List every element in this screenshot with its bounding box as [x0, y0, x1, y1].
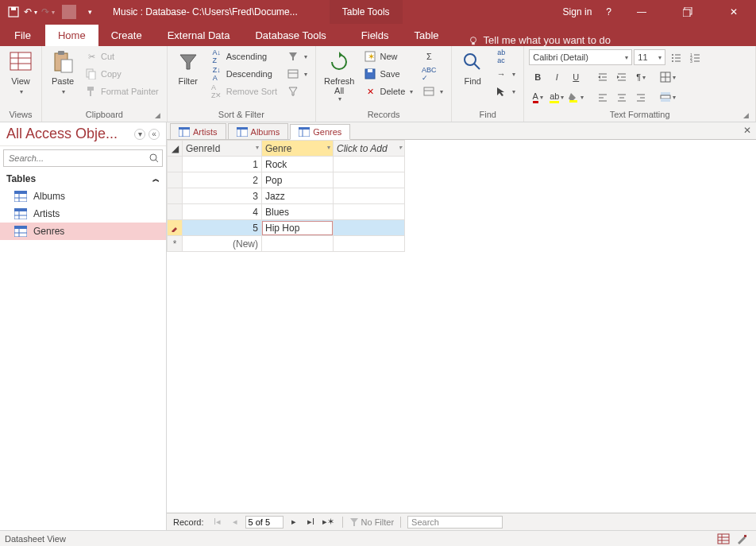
row-selector[interactable]	[168, 188, 183, 204]
tab-database-tools[interactable]: Database Tools	[242, 25, 338, 46]
cell-genre[interactable]: Rock	[262, 157, 334, 172]
cell-empty[interactable]	[334, 188, 405, 204]
tab-external-data[interactable]: External Data	[155, 25, 243, 46]
redo-icon[interactable]: ↷▾	[41, 5, 56, 19]
view-button[interactable]: View▾	[5, 48, 37, 99]
nav-item-albums[interactable]: Albums	[0, 188, 166, 205]
selection-filter-button[interactable]: ▾	[284, 48, 310, 65]
doctab-albums[interactable]: Albums	[228, 123, 289, 139]
bullets-button[interactable]	[667, 49, 685, 65]
goto-button[interactable]: →▾	[492, 65, 519, 83]
new-row[interactable]: *(New)	[168, 236, 405, 252]
tell-me-search[interactable]: Tell me what you want to do	[468, 34, 611, 46]
row-selector[interactable]	[168, 157, 183, 172]
select-button[interactable]: ▾	[492, 83, 519, 100]
align-right-button[interactable]	[632, 89, 650, 105]
sign-in-link[interactable]: Sign in	[563, 6, 592, 17]
ascending-button[interactable]: A↓ZAscending	[207, 48, 280, 65]
more-records-button[interactable]: ▾	[419, 83, 446, 100]
select-all-corner[interactable]: ◢	[168, 141, 183, 157]
data-grid[interactable]: ◢GenreId▾Genre▾Click to Add▾ 1Rock2Pop3J…	[167, 140, 405, 252]
cell-genre[interactable]: Hip Hop	[262, 220, 334, 236]
nav-group-tables[interactable]: Tables ︽	[0, 170, 166, 188]
undo-icon[interactable]: ↶▾	[24, 5, 38, 19]
help-icon[interactable]: ?	[606, 6, 611, 17]
cell-genre[interactable]: Jazz	[262, 188, 334, 204]
recnav-search-input[interactable]: Search	[407, 516, 503, 529]
column-header[interactable]: GenreId▾	[183, 141, 262, 157]
doctab-genres[interactable]: Genres	[290, 124, 350, 140]
nav-item-genres[interactable]: Genres	[0, 223, 166, 240]
nav-search[interactable]	[3, 149, 163, 167]
increase-indent-button[interactable]	[613, 69, 631, 85]
qat-customize-icon[interactable]: ▾	[83, 5, 97, 19]
minimize-button[interactable]: ―	[626, 0, 658, 24]
textfmt-launcher-icon[interactable]: ◢	[743, 111, 749, 119]
design-view-button[interactable]	[734, 532, 751, 545]
filter-button[interactable]: Filter	[172, 48, 204, 87]
italic-button[interactable]: I	[548, 69, 565, 85]
row-selector[interactable]	[168, 220, 183, 236]
find-button[interactable]: Find	[457, 48, 488, 87]
delete-record-button[interactable]: ✕Delete▾	[361, 83, 416, 100]
cell-genre[interactable]: Blues	[262, 204, 334, 220]
alternate-row-color-button[interactable]: ▾	[659, 89, 677, 105]
advanced-filter-button[interactable]: ▾	[284, 65, 310, 83]
recnav-first-button[interactable]: I◂	[210, 516, 225, 529]
gridlines-button[interactable]: ▾	[659, 69, 677, 85]
cell-id[interactable]: 2	[183, 172, 262, 188]
new-record-button[interactable]: ✶New	[361, 48, 416, 65]
cell-empty[interactable]	[334, 220, 405, 236]
totals-button[interactable]: Σ	[419, 48, 446, 65]
cell-id[interactable]: 1	[183, 157, 262, 172]
restore-button[interactable]	[672, 0, 704, 24]
recnav-last-button[interactable]: ▸I	[304, 516, 318, 529]
font-size-select[interactable]: 11▾	[634, 49, 665, 65]
table-row[interactable]: 4Blues	[168, 204, 405, 220]
underline-button[interactable]: U	[567, 69, 584, 85]
nav-dropdown-icon[interactable]: ▾	[134, 129, 145, 140]
doctab-artists[interactable]: Artists	[170, 123, 226, 139]
fill-color-button[interactable]: ▾	[567, 89, 584, 105]
cell-id[interactable]: 3	[183, 188, 262, 204]
cell-empty[interactable]	[334, 236, 405, 252]
column-header[interactable]: Genre▾	[262, 141, 334, 157]
nav-search-input[interactable]	[4, 153, 146, 163]
tab-file[interactable]: File	[0, 25, 45, 46]
descending-button[interactable]: Z↓ADescending	[207, 65, 280, 83]
close-tab-icon[interactable]: ✕	[743, 125, 751, 136]
cell-empty[interactable]	[334, 204, 405, 220]
cut-button[interactable]: ✂Cut	[82, 48, 162, 65]
bold-button[interactable]: B	[529, 69, 546, 85]
cell-genre[interactable]: Pop	[262, 172, 334, 188]
cell-id[interactable]: 5	[183, 220, 262, 236]
tab-create[interactable]: Create	[98, 25, 155, 46]
tab-fields[interactable]: Fields	[349, 25, 402, 46]
nav-item-artists[interactable]: Artists	[0, 205, 166, 223]
recnav-new-button[interactable]: ▸✶	[322, 516, 336, 529]
remove-sort-button[interactable]: AZ✕Remove Sort	[207, 83, 280, 100]
refresh-all-button[interactable]: Refresh All ▾	[321, 48, 358, 104]
cell-genre[interactable]	[262, 236, 334, 252]
cell-empty[interactable]	[334, 157, 405, 172]
text-direction-button[interactable]: ¶▾	[632, 69, 650, 85]
table-row[interactable]: 2Pop	[168, 172, 405, 188]
tab-table[interactable]: Table	[402, 25, 452, 46]
row-selector-new[interactable]: *	[168, 236, 183, 252]
datasheet[interactable]: ◢GenreId▾Genre▾Click to Add▾ 1Rock2Pop3J…	[167, 140, 756, 513]
nav-title[interactable]: All Access Obje...	[6, 126, 131, 142]
align-center-button[interactable]	[613, 89, 631, 105]
datasheet-view-button[interactable]	[715, 532, 732, 545]
column-dropdown-icon[interactable]: ▾	[327, 144, 330, 151]
table-row[interactable]: 1Rock	[168, 157, 405, 172]
save-record-button[interactable]: Save	[361, 65, 416, 83]
close-button[interactable]: ✕	[718, 0, 750, 24]
replace-button[interactable]: abac	[492, 48, 519, 65]
table-row[interactable]: 5Hip Hop	[168, 220, 405, 236]
row-selector[interactable]	[168, 204, 183, 220]
font-color-button[interactable]: A▾	[529, 89, 546, 105]
save-icon[interactable]	[6, 5, 21, 19]
format-painter-button[interactable]: Format Painter	[82, 83, 162, 100]
recnav-filter[interactable]: No Filter	[349, 517, 395, 527]
numbering-button[interactable]: 123	[686, 49, 704, 65]
